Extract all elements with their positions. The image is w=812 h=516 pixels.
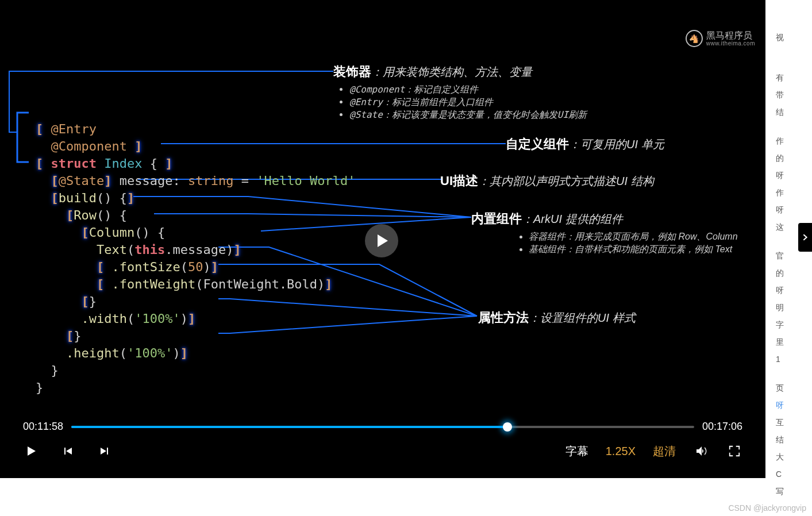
side-text: C — [776, 465, 812, 483]
side-text: 视 — [776, 29, 812, 46]
play-button[interactable] — [23, 443, 39, 459]
string-literal: 'Hello World' — [256, 174, 355, 188]
anno-custom-component: 自定义组件：可复用的UI 单元 — [506, 136, 664, 153]
column-comp: Column — [89, 225, 134, 240]
duration: 00:17:06 — [702, 421, 742, 433]
code-block: [ @Entry @Component ] [ struct Index { ]… — [36, 103, 355, 414]
expand-sidebar-button[interactable] — [798, 223, 812, 252]
decorator-state: @State — [59, 174, 104, 188]
var-type: string — [188, 174, 233, 188]
video-controls: 00:11:58 00:17:06 字幕 1.25X — [0, 415, 765, 478]
kw-struct: struct — [51, 156, 97, 171]
anno-ui-desc: UI描述：其内部以声明式方式描述UI 结构 — [440, 172, 654, 190]
width-method: .width — [81, 311, 126, 326]
current-time: 00:11:58 — [23, 421, 63, 433]
play-center-button[interactable] — [365, 224, 398, 257]
side-text: 呀 — [776, 167, 812, 184]
side-text: 字 — [776, 316, 812, 333]
side-text: 呀 — [776, 282, 812, 299]
side-text: 写 — [776, 483, 812, 500]
side-text: 互 — [776, 414, 812, 431]
decorator-bullets: @Component：标记自定义组件 @Entry：标记当前组件是入口组件 @S… — [349, 84, 747, 121]
build-fn: build — [59, 191, 97, 205]
side-text: 结 — [776, 103, 812, 121]
brand-logo: 🐴 黑马程序员 www.itheima.com — [686, 30, 755, 47]
side-text: 作 — [776, 132, 812, 149]
this-kw: this — [134, 242, 165, 257]
fontweight-method: .fontWeight — [111, 277, 195, 291]
play-icon — [24, 444, 38, 458]
prev-button[interactable] — [60, 443, 76, 459]
quality-button[interactable]: 超清 — [653, 444, 676, 459]
logo-subtext: www.itheima.com — [706, 40, 755, 47]
side-text: 里 — [776, 333, 812, 351]
chevron-right-icon — [801, 233, 810, 242]
side-text: 的 — [776, 264, 812, 282]
skip-next-icon — [98, 444, 111, 458]
side-link[interactable]: 呀 — [776, 396, 812, 414]
fullscreen-button[interactable] — [726, 443, 742, 459]
skip-prev-icon — [61, 444, 75, 458]
side-text: 作 — [776, 184, 812, 201]
height-method: .height — [66, 346, 120, 360]
speed-button[interactable]: 1.25X — [606, 445, 636, 458]
logo-text: 黑马程序员 — [706, 30, 755, 41]
decorator-entry: @Entry — [51, 122, 97, 136]
side-text: 明 — [776, 299, 812, 316]
var-name: message — [120, 174, 173, 188]
subtitle-button[interactable]: 字幕 — [565, 444, 588, 459]
side-text: 1 — [776, 351, 812, 368]
fontsize-method: .fontSize — [111, 260, 180, 274]
anno-attr-method: 属性方法：设置组件的UI 样式 — [478, 309, 636, 326]
volume-icon — [694, 444, 708, 458]
anno-builtin: 内置组件：ArkUI 提供的组件 容器组件：用来完成页面布局，例如 Row、Co… — [471, 210, 738, 256]
side-text: 结 — [776, 431, 812, 448]
side-text: 呀 — [776, 201, 812, 218]
builtin-bullets: 容器组件：用来完成页面布局，例如 Row、Column 基础组件：自带样式和功能… — [529, 231, 738, 256]
annotations: 装饰器：用来装饰类结构、方法、变量 @Component：标记自定义组件 @En… — [333, 63, 747, 129]
side-text: 带 — [776, 86, 812, 103]
side-text: 页 — [776, 379, 812, 396]
text-comp: Text — [97, 242, 127, 257]
side-text: 大 — [776, 448, 812, 465]
progress-thumb[interactable] — [503, 422, 512, 432]
watermark: CSDN @jackyrongvip — [728, 503, 806, 513]
next-button[interactable] — [97, 443, 113, 459]
anno-decorator: 装饰器：用来装饰类结构、方法、变量 @Component：标记自定义组件 @En… — [333, 63, 747, 121]
volume-button[interactable] — [693, 443, 709, 459]
logo-icon: 🐴 — [686, 30, 703, 47]
side-text: 有 — [776, 69, 812, 86]
progress-bar[interactable] — [71, 426, 694, 428]
video-player: 🐴 黑马程序员 www.itheima.com [ @Entry @Compon… — [0, 0, 765, 478]
progress-fill — [71, 426, 507, 428]
fullscreen-icon — [728, 445, 741, 457]
side-text: 的 — [776, 149, 812, 167]
decorator-component: @Component — [51, 139, 127, 153]
struct-name: Index — [104, 156, 142, 171]
row-comp: Row — [74, 208, 97, 222]
